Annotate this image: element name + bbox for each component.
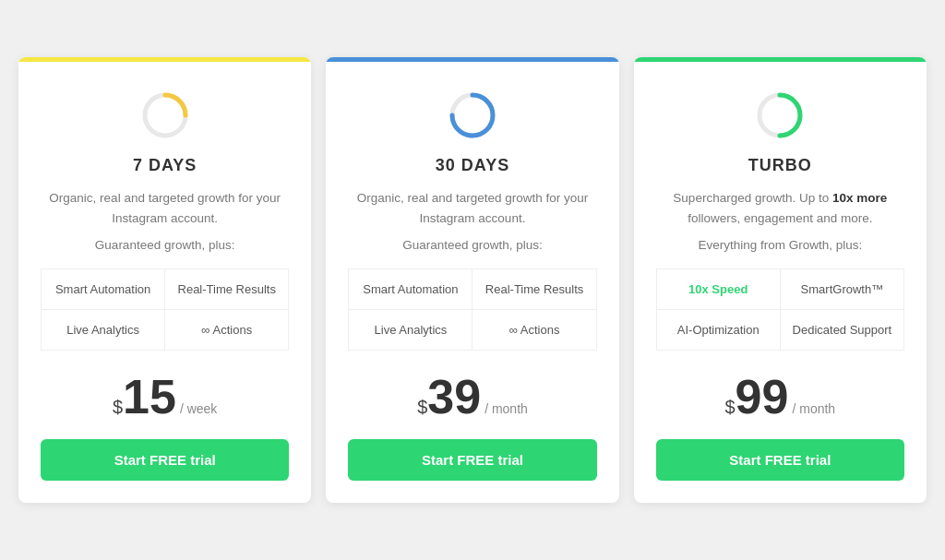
feature-cell: ∞ Actions [472, 310, 596, 351]
features-grid: Smart AutomationReal-Time ResultsLive An… [348, 268, 596, 351]
feature-cell: Real-Time Results [165, 269, 289, 310]
price-dollar: $ [417, 397, 427, 418]
plan-name: 30 DAYS [436, 156, 509, 175]
pricing-card-30days: 30 DAYSOrganic, real and targeted growth… [326, 57, 618, 502]
feature-cell: Real-Time Results [472, 269, 596, 310]
plan-icon-turbo [752, 88, 807, 143]
feature-cell: ∞ Actions [165, 310, 289, 351]
feature-cell: 10x Speed [657, 269, 781, 310]
plan-name: TURBO [748, 156, 812, 175]
price-period: / week [180, 401, 217, 416]
price-section: $15/ week [113, 373, 217, 421]
price-amount: 39 [427, 373, 481, 421]
pricing-section: 7 DAYSOrganic, real and targeted growth … [18, 57, 927, 502]
feature-cell: Live Analytics [349, 310, 472, 351]
price-dollar: $ [724, 397, 735, 418]
feature-cell: Live Analytics [42, 310, 165, 351]
plan-name: 7 DAYS [133, 156, 197, 175]
feature-cell: Smart Automation [349, 269, 472, 310]
price-amount: 15 [123, 373, 176, 421]
feature-cell: AI-Optimization [657, 310, 781, 351]
feature-cell: SmartGrowth™ [781, 269, 904, 310]
plan-description: Supercharged growth. Up to 10x more foll… [656, 188, 904, 228]
pricing-card-turbo: TURBOSupercharged growth. Up to 10x more… [634, 57, 927, 502]
cta-button[interactable]: Start FREE trial [656, 439, 904, 481]
price-period: / month [484, 401, 528, 416]
plan-description: Organic, real and targeted growth for yo… [41, 188, 289, 228]
price-section: $99/ month [724, 373, 835, 421]
price-section: $39/ month [417, 373, 528, 421]
price-amount: 99 [736, 373, 789, 421]
cta-button[interactable]: Start FREE trial [348, 439, 596, 481]
plan-description: Organic, real and targeted growth for yo… [348, 188, 596, 228]
cta-button[interactable]: Start FREE trial [41, 439, 289, 481]
plan-icon-30days [445, 88, 500, 143]
feature-cell: Dedicated Support [781, 310, 904, 351]
plan-icon-7days [138, 88, 193, 143]
features-grid: Smart AutomationReal-Time ResultsLive An… [41, 268, 289, 351]
price-period: / month [792, 401, 835, 416]
plan-subtitle: Guaranteed growth, plus: [402, 238, 543, 252]
plan-subtitle: Guaranteed growth, plus: [95, 238, 235, 252]
pricing-card-7days: 7 DAYSOrganic, real and targeted growth … [18, 57, 311, 502]
price-dollar: $ [113, 397, 123, 418]
features-grid: 10x SpeedSmartGrowth™AI-OptimizationDedi… [656, 268, 904, 351]
feature-cell: Smart Automation [42, 269, 165, 310]
plan-subtitle: Everything from Growth, plus: [698, 238, 862, 252]
